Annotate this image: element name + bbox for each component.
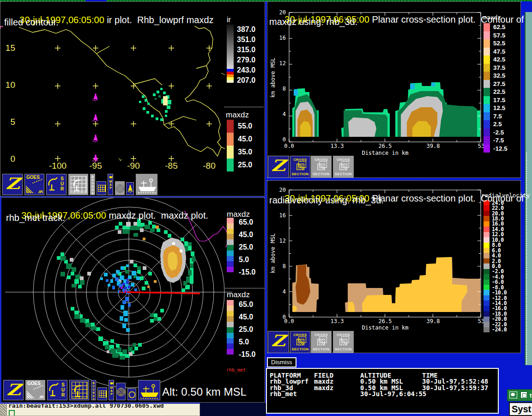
satellite-map-plot[interactable] [0, 26, 225, 175]
colorbar-value: -2.5 [493, 129, 504, 136]
table-row: rhb_met 30-Jul-97,6:04:55 [268, 390, 497, 396]
colorbar-swatch [227, 338, 234, 344]
colorbar-swatch [227, 300, 234, 306]
z-logo-icon: Z [6, 380, 21, 399]
colorbar-swatch [484, 120, 490, 128]
cell-platform: rhb_met [270, 390, 297, 398]
system-window-body[interactable]: Syst [509, 402, 532, 416]
colorbar-swatch [484, 112, 490, 121]
colorbar-value: 27.5 [493, 80, 505, 87]
bounds-button[interactable]: BOUNDS [90, 174, 95, 195]
colorbar-swatch [484, 232, 490, 237]
buoy-icon [127, 184, 134, 194]
cross-section-button-2[interactable]: CROSS SECTION [311, 156, 332, 178]
window-iconify-icon[interactable] [520, 392, 527, 398]
lat-tick-label: 0 [3, 141, 15, 177]
section-label: SECTION [313, 172, 330, 176]
section-label: SECTION [335, 172, 352, 176]
colorbar-value: 351.0 [237, 35, 255, 45]
grid-icon [99, 391, 107, 398]
table-header-row: PLATFORM FIELD ALTITUDE TIME [268, 372, 497, 378]
radar-sur-button[interactable]: SUR [46, 174, 66, 195]
colorbar-value: 387.0 [237, 24, 255, 35]
table-row: rhb_3d maxdz 0.50 km MSL 30-Jul-97,5:59:… [268, 384, 497, 390]
small-grid-button[interactable] [97, 387, 107, 400]
z-logo-icon: Z [271, 156, 285, 175]
maxdz-colorbar-values: 65.045.025.05.0-15.0 [239, 216, 255, 278]
goes-ir-button[interactable]: GOES .IR [24, 174, 44, 195]
maxdz-colorbar: 55.045.035.025.0 [227, 120, 252, 171]
right-window-scroll-line [526, 153, 528, 364]
map-button[interactable]: MAP [108, 174, 113, 195]
bounds-button[interactable]: BOUNDS [91, 380, 96, 400]
goes-label: GOES [26, 175, 40, 180]
buoy-button[interactable] [126, 182, 134, 195]
colorbar-swatch [227, 349, 234, 355]
ir-label: .IR [38, 395, 44, 399]
colorbar-swatch [227, 316, 234, 322]
colorbar-value: 47.5 [493, 48, 505, 55]
map-button[interactable]: MAP [109, 380, 114, 400]
bounds-label: BOUNDS [92, 381, 95, 400]
cross-section-button-active[interactable]: CROSS SECTION [290, 331, 310, 353]
colorbar-value: -15.0 [239, 348, 255, 361]
colorbar-swatch [484, 317, 490, 322]
ship-button[interactable] [138, 380, 160, 400]
cube-icon [296, 164, 304, 170]
colorbar-swatch [484, 96, 490, 104]
colorbar-value: 52.5 [493, 40, 505, 47]
ship-button[interactable] [136, 174, 157, 195]
range-rings-button[interactable] [116, 383, 126, 400]
section-label: SECTION [335, 347, 352, 351]
colorbar-value: 207.0 [237, 75, 255, 86]
circle-button[interactable] [127, 388, 136, 400]
grid-radar-button[interactable] [69, 380, 89, 400]
small-grid-button[interactable] [97, 181, 106, 195]
radar-sur-button[interactable]: SUR [47, 380, 67, 400]
grid-radar-button[interactable] [68, 174, 88, 195]
colorbar-swatch [484, 300, 490, 306]
panel-title: Planar cross-section plot. Contour of [369, 193, 524, 203]
map-lat-axis: 151050 [3, 30, 15, 177]
colorbar-swatch [227, 251, 234, 256]
colorbar-swatch [227, 234, 234, 239]
maxdz-cross-section-panel: 30-jul-1997,06:05:00 Planar cross-sectio… [267, 1, 521, 178]
colorbar-swatch [484, 269, 490, 274]
x-axis-title: Distance in km [289, 324, 482, 331]
satellite-icon [26, 185, 35, 193]
terminal-window[interactable]: rain:beaufait:153>xdump.all 970730.0605.… [0, 404, 200, 416]
colorbar-swatch [484, 263, 490, 269]
radialvelocity-cross-section-panel: 30-jul-1997,06:05:00 Planar cross-sectio… [267, 180, 521, 353]
colorbar-value: 55.0 [238, 122, 252, 130]
goes-ir-button[interactable]: GOES .IR [25, 380, 45, 400]
colorbar-swatch [484, 311, 490, 316]
colorbar-swatch [484, 128, 490, 137]
colorbar-swatch [484, 226, 490, 232]
zeb-logo-button[interactable]: Z [3, 380, 24, 400]
colorbar-value: 65.0 [239, 216, 255, 228]
zeb-logo-button[interactable]: Z [2, 174, 23, 195]
sur-label: SUR [60, 176, 65, 191]
range-rings-button[interactable] [115, 181, 125, 195]
section-label: SECTION [313, 347, 330, 351]
colorbar-swatch [484, 248, 490, 253]
cube-icon [296, 339, 304, 345]
colorbar-swatch [484, 72, 490, 80]
colorbar-swatch [484, 80, 490, 88]
zeb-logo-button[interactable]: Z [268, 331, 289, 353]
cross-section-button-active[interactable]: CROSS SECTION [290, 156, 310, 178]
cross-section-button-3[interactable]: CROSS SECTION [333, 156, 354, 178]
cross-section-button-2[interactable]: CROSS SECTION [311, 331, 332, 353]
bounds-label: BOUNDS [91, 175, 94, 195]
y-axis-title: km above MSL [270, 230, 276, 276]
desktop: 30-jul-1997,06:05:00 ir plot. Rhb_lowprf… [0, 0, 532, 416]
colorbar-swatch [484, 285, 490, 290]
system-window-titlebar[interactable]: t [507, 389, 532, 401]
cross-section-button-3[interactable]: CROSS SECTION [333, 331, 354, 353]
terminal-scrollbar[interactable] [0, 404, 7, 416]
window-menu-icon[interactable] [509, 392, 517, 398]
radar-dish-icon [73, 384, 85, 399]
ship-icon [137, 176, 157, 195]
zeb-logo-button[interactable]: Z [268, 156, 289, 178]
dismiss-button[interactable]: Dismiss [267, 357, 296, 367]
